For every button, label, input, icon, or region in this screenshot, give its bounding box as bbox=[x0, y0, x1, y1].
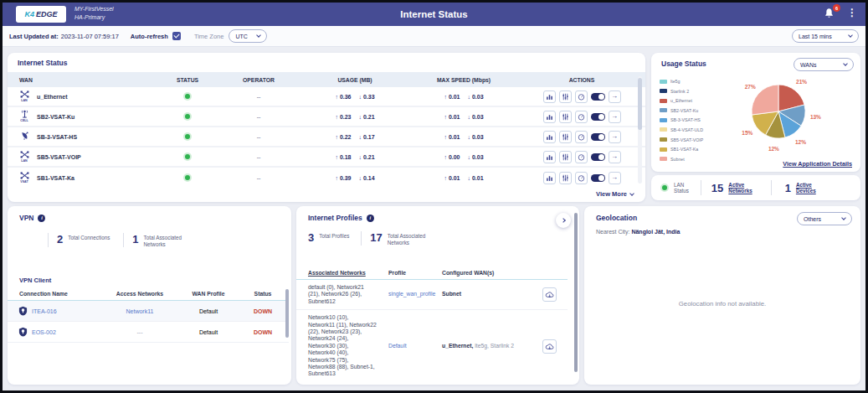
configured-wans: Subnet bbox=[442, 291, 461, 297]
connection-name[interactable]: EOS-002 bbox=[32, 329, 56, 335]
statistics-button[interactable] bbox=[543, 111, 556, 123]
info-icon[interactable]: i bbox=[38, 215, 45, 222]
wan-detail-button[interactable]: → bbox=[609, 111, 621, 123]
status-up-dot bbox=[185, 175, 190, 180]
satellite-dish-icon bbox=[18, 132, 31, 142]
active-networks-link[interactable]: Active Networks bbox=[728, 182, 752, 194]
access-network[interactable]: Network11 bbox=[126, 308, 154, 314]
associated-networks: Network10 (10), Network11 (11), Network2… bbox=[296, 314, 377, 378]
pie-percentage-label: 15% bbox=[742, 130, 752, 136]
table-row[interactable]: SB-3-VSAT-HS -- ↑ 0.22↓ 0.17 ↑ 0.01↓ 0.0… bbox=[8, 127, 645, 147]
pie-percentage-label: 12% bbox=[768, 146, 779, 152]
vsat-icon: VSAT bbox=[18, 172, 31, 184]
wan-table-header: WAN STATUS OPERATOR USAGE (MB) MAX SPEED… bbox=[8, 72, 645, 87]
geolocation-title: Geolocation bbox=[596, 214, 637, 222]
profiles-stats: 3Total Profiles 17Total Associated Netwo… bbox=[308, 231, 451, 246]
last-updated-value: 2023-11-07 07:59:17 bbox=[61, 33, 119, 40]
table-row[interactable]: EOS-002 --- Default DOWN bbox=[8, 322, 289, 343]
statistics-button[interactable] bbox=[543, 131, 556, 143]
legend-item[interactable]: u_Ethernet bbox=[660, 98, 703, 103]
profile-link[interactable]: Default bbox=[388, 343, 407, 349]
geolocation-filter-select[interactable]: Others bbox=[797, 212, 852, 225]
table-row[interactable]: LANSB5-VSAT-VOIP -- ↑ 0.18↓ 0.21 ↑ 0.00↓… bbox=[8, 147, 645, 168]
active-devices-link[interactable]: Active Devices bbox=[796, 182, 816, 194]
time-range-select[interactable]: Last 15 mins bbox=[792, 29, 859, 43]
configure-button[interactable] bbox=[559, 90, 572, 103]
table-row[interactable]: LANu_Ethernet -- ↑ 0.36↓ 0.33 ↑ 0.01↓ 0.… bbox=[8, 87, 645, 107]
info-icon[interactable]: i bbox=[367, 215, 374, 222]
table-row[interactable]: ITEA-016 Network11 Default DOWN bbox=[8, 301, 289, 322]
speed-test-button[interactable] bbox=[542, 287, 557, 302]
table-row[interactable]: default (0), Network21 (21), Network26 (… bbox=[296, 280, 568, 310]
speedometer-icon bbox=[578, 174, 585, 182]
speed-down: 0.03 bbox=[472, 114, 484, 120]
pie-slice[interactable] bbox=[752, 85, 778, 115]
active-networks-count: 15 bbox=[711, 182, 723, 194]
last-updated-label: Last Updated at: bbox=[9, 33, 59, 40]
wan-detail-button[interactable]: → bbox=[609, 151, 621, 163]
profiles-scrollbar[interactable] bbox=[574, 213, 578, 372]
expand-profiles-button[interactable] bbox=[556, 213, 571, 228]
wan-detail-button[interactable]: → bbox=[609, 172, 621, 184]
speed-down: 0.03 bbox=[472, 94, 484, 100]
table-scrollbar[interactable] bbox=[638, 76, 642, 184]
usage-up: 0.39 bbox=[340, 175, 352, 181]
speed-test-button[interactable] bbox=[575, 172, 588, 184]
configure-button[interactable] bbox=[559, 131, 572, 143]
legend-item[interactable]: Starlink 2 bbox=[660, 89, 703, 94]
legend-item[interactable]: SB1-VSAT-Ka bbox=[660, 147, 703, 152]
speed-test-button[interactable] bbox=[575, 90, 588, 103]
wan-enable-toggle[interactable] bbox=[591, 93, 605, 101]
chevron-down-icon bbox=[841, 215, 846, 220]
wan-enable-toggle[interactable] bbox=[591, 133, 605, 141]
legend-swatch bbox=[660, 108, 667, 112]
wan-enable-toggle[interactable] bbox=[591, 153, 605, 161]
legend-item[interactable]: SB5-VSAT-VOIP bbox=[660, 137, 703, 142]
speed-test-button[interactable] bbox=[542, 339, 557, 354]
statistics-button[interactable] bbox=[543, 172, 556, 184]
lan-status-label: LAN Status bbox=[674, 182, 689, 194]
wan-detail-button[interactable]: → bbox=[609, 90, 621, 103]
wan-enable-toggle[interactable] bbox=[591, 174, 605, 182]
speed-test-button[interactable] bbox=[575, 111, 588, 123]
speed-test-button[interactable] bbox=[575, 151, 588, 163]
view-more-button[interactable]: View More bbox=[596, 190, 634, 198]
configure-button[interactable] bbox=[559, 151, 572, 163]
legend-item[interactable]: SB-4-VSAT-ULD bbox=[660, 127, 703, 132]
statistics-button[interactable] bbox=[543, 151, 556, 163]
total-profiles-count: 3 bbox=[308, 231, 314, 246]
wan-enable-toggle[interactable] bbox=[591, 113, 605, 121]
view-application-details-link[interactable]: View Application Details bbox=[783, 160, 852, 168]
chart-icon bbox=[546, 113, 553, 121]
arrow-right-icon: → bbox=[611, 153, 618, 160]
notifications-button[interactable]: 6 bbox=[824, 8, 837, 21]
auto-refresh-checkbox[interactable] bbox=[172, 32, 181, 40]
connection-name[interactable]: ITEA-016 bbox=[32, 308, 57, 314]
legend-item[interactable]: Subnet bbox=[660, 157, 703, 162]
wan-profile: Default bbox=[199, 308, 218, 314]
legend-item[interactable]: SB-3-VSAT-HS bbox=[660, 117, 703, 122]
legend-swatch bbox=[660, 147, 667, 152]
pie-percentage-label: 27% bbox=[745, 84, 756, 90]
profile-link[interactable]: single_wan_profile bbox=[388, 291, 435, 297]
time-zone-select[interactable]: UTC bbox=[229, 29, 267, 43]
statistics-button[interactable] bbox=[543, 90, 556, 103]
wan-name: SB1-VSAT-Ka bbox=[37, 175, 74, 181]
vpn-scrollbar[interactable] bbox=[285, 289, 289, 338]
overflow-menu-button[interactable]: ⋮ bbox=[847, 7, 857, 18]
legend-item[interactable]: lte5g bbox=[660, 79, 703, 84]
configure-button[interactable] bbox=[559, 111, 572, 123]
configured-wans: u_Ethernet, bbox=[442, 343, 473, 349]
legend-label: SB5-VSAT-VOIP bbox=[670, 137, 703, 142]
legend-item[interactable]: SB2-VSAT-Ku bbox=[660, 108, 703, 113]
chevron-down-icon bbox=[629, 191, 634, 196]
speed-test-button[interactable] bbox=[575, 131, 588, 143]
table-row[interactable]: Network10 (10), Network11 (11), Network2… bbox=[296, 310, 568, 382]
vpn-connections-label: Total Connections bbox=[68, 233, 110, 247]
table-row[interactable]: VSATSB1-VSAT-Ka -- ↑ 0.39↓ 0.14 ↑ 0.01↓ … bbox=[8, 168, 645, 188]
wan-detail-button[interactable]: → bbox=[609, 131, 621, 143]
configure-button[interactable] bbox=[559, 172, 572, 184]
col-access-networks: Access Networks bbox=[101, 291, 178, 297]
table-row[interactable]: CELLSB2-VSAT-Ku -- ↑ 0.23↓ 0.21 ↑ 0.01↓ … bbox=[8, 107, 645, 127]
profiles-table-header: Associated Networks Profile Configured W… bbox=[296, 266, 568, 280]
